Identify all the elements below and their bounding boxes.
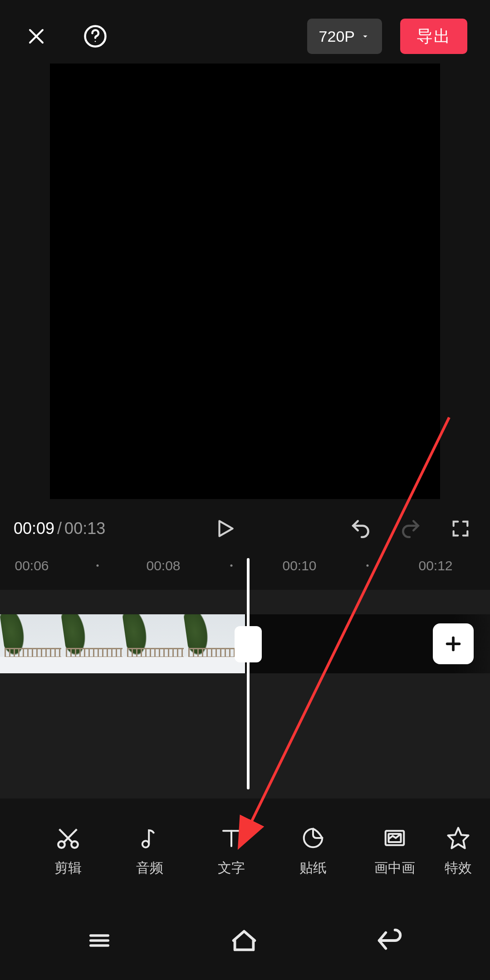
tool-label: 音频 <box>136 859 163 877</box>
svg-point-3 <box>95 41 96 42</box>
playhead[interactable] <box>247 558 250 789</box>
plus-icon <box>443 633 464 654</box>
tool-label: 贴纸 <box>299 859 327 877</box>
svg-point-8 <box>71 841 78 848</box>
resolution-label: 720P <box>319 28 355 45</box>
svg-point-11 <box>142 841 149 847</box>
video-preview[interactable] <box>50 64 440 499</box>
bottom-toolbar: 剪辑 音频 文字 贴纸 画中画 特效 <box>0 817 490 885</box>
ruler-tick: 00:10 <box>282 558 316 573</box>
resolution-selector[interactable]: 720P <box>307 19 382 54</box>
star-icon <box>446 824 470 852</box>
redo-button[interactable] <box>395 513 426 544</box>
timeline[interactable] <box>0 590 490 799</box>
nav-back-button[interactable] <box>374 925 406 958</box>
tool-label: 文字 <box>218 859 245 877</box>
ruler-dot <box>230 564 233 567</box>
nav-home-button[interactable] <box>228 925 260 958</box>
ruler-dot <box>367 564 369 567</box>
undo-button[interactable] <box>345 513 377 544</box>
tool-pip[interactable]: 画中画 <box>354 824 436 877</box>
video-clip[interactable] <box>0 614 245 673</box>
music-note-icon <box>137 824 162 852</box>
ruler-tick: 00:06 <box>15 558 49 573</box>
tool-text[interactable]: 文字 <box>191 824 272 877</box>
tool-audio[interactable]: 音频 <box>109 824 191 877</box>
nav-menu-button[interactable] <box>84 926 114 957</box>
timeline-ruler[interactable]: 00:06 00:08 00:10 00:12 <box>0 558 490 585</box>
tool-sticker[interactable]: 贴纸 <box>272 824 354 877</box>
total-duration: 00:13 <box>64 519 105 538</box>
svg-point-7 <box>58 841 65 848</box>
close-button[interactable] <box>23 23 50 50</box>
fullscreen-button[interactable] <box>445 513 476 544</box>
play-button[interactable] <box>209 513 241 544</box>
clip-thumbnail <box>61 614 122 673</box>
ruler-tick: 00:12 <box>418 558 452 573</box>
playhead-handle[interactable] <box>235 626 262 662</box>
ruler-tick: 00:08 <box>146 558 180 573</box>
timecode: 00:09/00:13 <box>14 519 105 538</box>
chevron-down-icon <box>360 31 370 41</box>
clip-thumbnail <box>0 614 61 673</box>
pip-icon <box>382 824 407 852</box>
system-nav-bar <box>0 912 490 980</box>
export-button[interactable]: 导出 <box>400 19 467 54</box>
current-time: 00:09 <box>14 519 54 538</box>
add-clip-button[interactable] <box>433 623 474 664</box>
help-button[interactable] <box>82 23 109 50</box>
tool-label: 剪辑 <box>54 859 82 877</box>
tool-cut[interactable]: 剪辑 <box>27 824 109 877</box>
sticker-icon <box>301 824 325 852</box>
svg-marker-16 <box>448 828 469 848</box>
svg-marker-4 <box>220 521 233 536</box>
tool-fx[interactable]: 特效 <box>436 824 481 877</box>
text-icon <box>219 824 244 852</box>
scissors-icon <box>55 824 81 852</box>
ruler-dot <box>97 564 99 567</box>
tool-label: 特效 <box>445 859 472 877</box>
tool-label: 画中画 <box>374 859 415 877</box>
export-label: 导出 <box>416 25 451 48</box>
clip-thumbnail <box>122 614 184 673</box>
